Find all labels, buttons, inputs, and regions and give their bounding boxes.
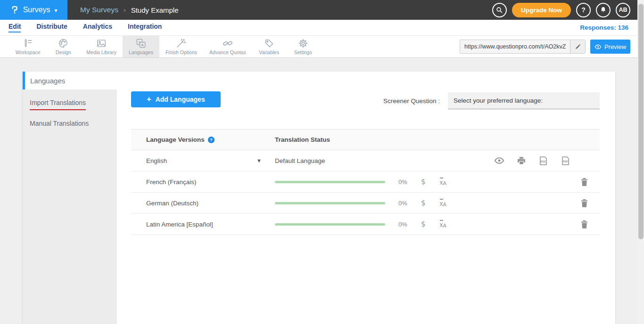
language-dropdown-caret-icon[interactable]: ▼ bbox=[256, 158, 262, 163]
toolbar-item-advance-quotas[interactable]: Advance Quotas bbox=[203, 36, 252, 57]
toolbar-item-variables[interactable]: Variables bbox=[252, 36, 286, 57]
questionpro-logo-icon bbox=[9, 4, 20, 16]
delete-language-icon[interactable] bbox=[581, 220, 588, 228]
advance-quotas-icon bbox=[223, 38, 233, 49]
topbar-actions: Upgrade Now ? AB bbox=[492, 3, 630, 17]
notifications-button[interactable] bbox=[596, 3, 611, 17]
translation-progress-bar bbox=[275, 202, 385, 204]
edit-url-button[interactable] bbox=[570, 40, 585, 53]
toolbar-item-settings[interactable]: Settings bbox=[286, 36, 320, 57]
screener-question-label: Screener Question : bbox=[383, 97, 440, 105]
translation-progress-bar bbox=[275, 181, 385, 183]
variables-icon bbox=[264, 38, 274, 49]
translation-percent: 0% bbox=[398, 200, 409, 207]
section-tabs: EditDistributeAnalyticsIntegration bbox=[8, 23, 162, 32]
breadcrumb-my-surveys[interactable]: My Surveys bbox=[80, 6, 118, 14]
panel-title: Languages bbox=[30, 77, 65, 85]
language-name: Latin America [Español] bbox=[146, 221, 213, 228]
toolbar-item-finish-options[interactable]: Finish Options bbox=[159, 36, 203, 57]
breadcrumb: My Surveys › Study Example bbox=[80, 6, 179, 14]
product-name: Surveys bbox=[23, 6, 50, 14]
default-language-row: English ▼ Default Language DOC PDF bbox=[131, 150, 600, 171]
survey-url-input[interactable] bbox=[460, 43, 570, 50]
default-language-name: English bbox=[146, 157, 167, 164]
languages-icon: xA bbox=[136, 38, 146, 49]
table-row: French (Français) 0% $ xA bbox=[131, 171, 600, 193]
bell-icon bbox=[600, 6, 607, 14]
table-header-row: Language Versions ? Translation Status bbox=[131, 130, 600, 150]
edit-toolbar: Workspace Design Media Library xA Langua… bbox=[0, 36, 644, 58]
eye-icon bbox=[594, 44, 602, 49]
finish-options-icon bbox=[176, 38, 186, 49]
sidebar-item-import-translations[interactable]: Import Translations bbox=[23, 94, 117, 114]
top-bar: Surveys ▼ My Surveys › Study Example Upg… bbox=[0, 0, 644, 20]
languages-panel: Languages Import TranslationsManual Tran… bbox=[23, 72, 615, 324]
paid-translation-icon[interactable]: $ bbox=[421, 199, 426, 207]
export-pdf-icon[interactable]: PDF bbox=[561, 156, 570, 166]
print-icon[interactable] bbox=[517, 156, 526, 165]
breadcrumb-separator-icon: › bbox=[124, 6, 126, 14]
tab-edit[interactable]: Edit bbox=[8, 23, 21, 32]
translation-percent: 0% bbox=[398, 221, 409, 228]
translation-progress-bar bbox=[275, 223, 385, 226]
delete-language-icon[interactable] bbox=[581, 178, 588, 186]
page-background: Languages Import TranslationsManual Tran… bbox=[0, 58, 644, 324]
col-translation-status: Translation Status bbox=[275, 136, 330, 143]
translation-percent: 0% bbox=[398, 178, 409, 186]
help-tooltip-icon[interactable]: ? bbox=[208, 137, 215, 143]
toolbar-item-media-library[interactable]: Media Library bbox=[80, 36, 123, 57]
delete-language-icon[interactable] bbox=[581, 199, 588, 207]
add-languages-button[interactable]: + Add Languages bbox=[131, 91, 221, 107]
table-row: German (Deutsch) 0% $ xA bbox=[131, 193, 600, 214]
panel-header: Languages bbox=[23, 72, 615, 89]
brand-menu[interactable]: Surveys ▼ bbox=[0, 0, 67, 20]
breadcrumb-current: Study Example bbox=[131, 6, 179, 14]
design-icon bbox=[58, 38, 68, 49]
toolbar-item-languages[interactable]: xA Languages bbox=[123, 36, 159, 57]
paid-translation-icon[interactable]: $ bbox=[421, 220, 426, 228]
translate-icon[interactable]: xA bbox=[440, 199, 446, 207]
scrollbar-thumb[interactable] bbox=[638, 4, 644, 239]
chevron-down-icon: ▼ bbox=[53, 8, 58, 13]
help-button[interactable]: ? bbox=[576, 3, 591, 17]
survey-url-box bbox=[460, 40, 586, 54]
language-name: German (Deutsch) bbox=[146, 200, 198, 207]
svg-text:DOC: DOC bbox=[540, 160, 546, 162]
svg-text:A: A bbox=[141, 43, 144, 47]
toolbar-right: Preview bbox=[460, 40, 630, 54]
search-icon bbox=[495, 6, 503, 14]
upgrade-now-button[interactable]: Upgrade Now bbox=[512, 3, 571, 17]
toolbar-item-workspace[interactable]: Workspace bbox=[9, 36, 46, 57]
avatar[interactable]: AB bbox=[616, 3, 630, 17]
language-name: French (Français) bbox=[146, 178, 197, 186]
settings-icon bbox=[298, 38, 308, 49]
sidebar-item-manual-translations[interactable]: Manual Translations bbox=[23, 114, 117, 135]
translate-icon[interactable]: xA bbox=[440, 178, 446, 186]
preview-button[interactable]: Preview bbox=[590, 40, 630, 54]
export-doc-icon[interactable]: DOC bbox=[538, 156, 548, 166]
search-button[interactable] bbox=[492, 3, 507, 17]
survey-section-nav: EditDistributeAnalyticsIntegration Respo… bbox=[0, 20, 644, 36]
col-language-versions: Language Versions bbox=[146, 136, 205, 143]
pencil-icon bbox=[575, 43, 581, 50]
default-language-status: Default Language bbox=[275, 157, 325, 164]
paid-translation-icon[interactable]: $ bbox=[421, 178, 426, 186]
language-versions-table: Language Versions ? Translation Status E… bbox=[131, 129, 600, 235]
translate-icon[interactable]: xA bbox=[440, 220, 446, 228]
languages-content: + Add Languages Screener Question : Sele… bbox=[117, 89, 615, 324]
translations-sidebar: Import TranslationsManual Translations bbox=[23, 89, 117, 324]
tab-analytics[interactable]: Analytics bbox=[83, 23, 112, 32]
view-survey-icon[interactable] bbox=[494, 157, 504, 164]
page-scrollbar[interactable] bbox=[637, 0, 644, 324]
svg-text:PDF: PDF bbox=[563, 160, 569, 162]
workspace-icon bbox=[23, 38, 33, 49]
tab-integration[interactable]: Integration bbox=[128, 23, 162, 32]
screener-question-select[interactable]: Select your preferred language: bbox=[448, 92, 600, 109]
tab-distribute[interactable]: Distribute bbox=[36, 23, 67, 32]
table-row: Latin America [Español] 0% $ xA bbox=[131, 214, 600, 235]
toolbar-items: Workspace Design Media Library xA Langua… bbox=[9, 36, 320, 57]
media-library-icon bbox=[96, 38, 107, 49]
export-icons: DOC PDF bbox=[494, 156, 570, 166]
responses-count[interactable]: Responses: 136 bbox=[580, 24, 644, 31]
toolbar-item-design[interactable]: Design bbox=[46, 36, 80, 57]
